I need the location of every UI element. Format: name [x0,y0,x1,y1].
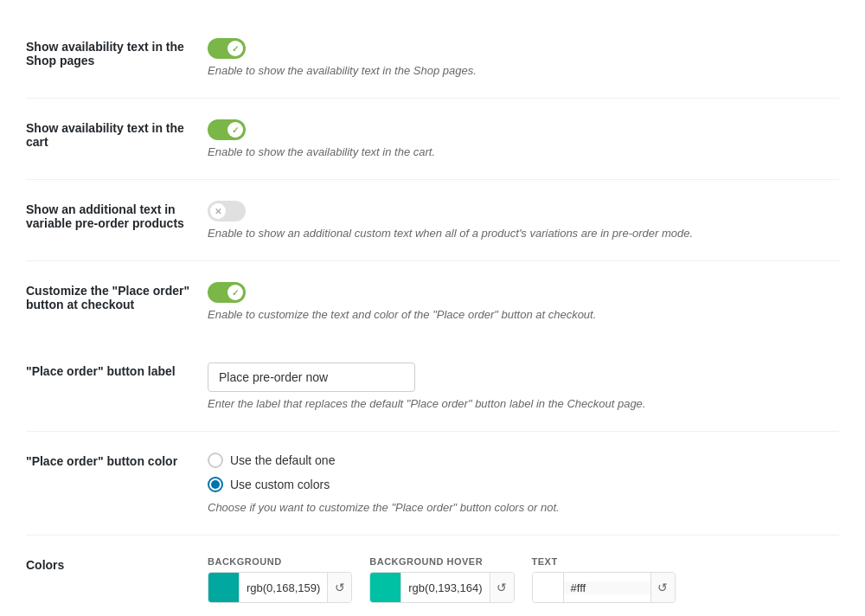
colors-row: Colors BACKGROUND rgb(0,168,159) ↺ BACKG… [26,536,839,616]
row-label-show-shop-pages: Show availability text in the Shop pages [26,38,208,67]
toggle-show-cart[interactable]: ✓ [208,119,246,140]
setting-row-show-cart: Show availability text in the cart ✓ Ena… [26,99,839,180]
row-description-customize-place-order: Enable to customize the text and color o… [208,308,839,321]
setting-row-show-additional-text: Show an additional text in variable pre-… [26,180,839,261]
row-description-show-additional-text: Enable to show an additional custom text… [208,227,839,240]
color-reset-text[interactable]: ↺ [650,573,675,602]
button-color-description: Choose if you want to customize the "Pla… [208,501,839,514]
row-label-show-cart: Show availability text in the cart [26,119,208,149]
radio-circle-default [208,452,223,468]
radio-label-default: Use the default one [230,453,335,467]
color-input-row-background: rgb(0,168,159) ↺ [208,572,352,603]
color-label-text: TEXT [532,556,676,567]
row-label-customize-place-order: Customize the "Place order" button at ch… [26,282,208,311]
color-value-background-hover: rgb(0,193,164) [401,581,489,594]
color-reset-background-hover[interactable]: ↺ [490,573,514,602]
settings-page: Show availability text in the Shop pages… [0,0,865,616]
color-item-text: TEXT #fff ↺ [532,556,676,603]
color-item-background: BACKGROUND rgb(0,168,159) ↺ [208,556,352,603]
color-value-text: #fff [564,581,650,594]
color-label-background-hover: BACKGROUND HOVER [369,556,514,567]
setting-row-show-shop-pages: Show availability text in the Shop pages… [26,17,839,99]
colors-row-content: BACKGROUND rgb(0,168,159) ↺ BACKGROUND H… [208,556,839,616]
row-description-show-shop-pages: Enable to show the availability text in … [208,64,839,77]
row-content-show-additional-text: ✕ Enable to show an additional custom te… [208,201,839,240]
radio-circle-custom [208,477,223,492]
button-label-description: Enter the label that replaces the defaul… [208,397,839,410]
radio-inner-custom [211,480,220,489]
color-swatch-background-hover[interactable] [370,573,401,602]
button-color-row-content: Use the default one Use custom colors Ch… [208,452,839,514]
color-value-background: rgb(0,168,159) [240,581,327,594]
color-input-row-background-hover: rgb(0,193,164) ↺ [369,572,514,603]
color-reset-background[interactable]: ↺ [327,573,351,602]
place-order-label-input[interactable] [208,363,415,392]
button-label-row-label: "Place order" button label [26,363,208,378]
color-input-row-text: #fff ↺ [532,572,676,603]
colors-grid: BACKGROUND rgb(0,168,159) ↺ BACKGROUND H… [208,556,839,616]
toggle-show-shop-pages[interactable]: ✓ [208,38,246,59]
toggle-check-icon: ✓ [232,44,239,54]
row-content-show-shop-pages: ✓ Enable to show the availability text i… [208,38,839,77]
button-color-row: "Place order" button color Use the defau… [26,432,839,536]
row-content-show-cart: ✓ Enable to show the availability text i… [208,119,839,158]
radio-label-custom: Use custom colors [230,478,330,491]
button-color-row-label: "Place order" button color [26,452,208,468]
toggle-check-icon: ✓ [232,125,239,135]
radio-custom[interactable]: Use custom colors [208,477,839,492]
setting-row-customize-place-order: Customize the "Place order" button at ch… [26,261,839,342]
row-description-show-cart: Enable to show the availability text in … [208,145,839,158]
toggle-customize-place-order[interactable]: ✓ [208,282,246,303]
color-swatch-text[interactable] [533,573,564,602]
button-color-radio-group: Use the default one Use custom colors [208,452,839,492]
colors-row-label: Colors [26,556,208,572]
color-item-background-hover: BACKGROUND HOVER rgb(0,193,164) ↺ [369,556,514,603]
button-label-row: "Place order" button label Enter the lab… [26,342,839,432]
color-swatch-background[interactable] [208,573,240,602]
radio-default[interactable]: Use the default one [208,452,839,468]
toggle-show-additional-text[interactable]: ✕ [208,201,246,221]
row-content-customize-place-order: ✓ Enable to customize the text and color… [208,282,839,321]
button-label-row-content: Enter the label that replaces the defaul… [208,363,839,410]
toggle-x-icon: ✕ [215,207,221,216]
toggle-check-icon: ✓ [232,288,239,298]
color-label-background: BACKGROUND [208,556,352,567]
row-label-show-additional-text: Show an additional text in variable pre-… [26,201,208,230]
